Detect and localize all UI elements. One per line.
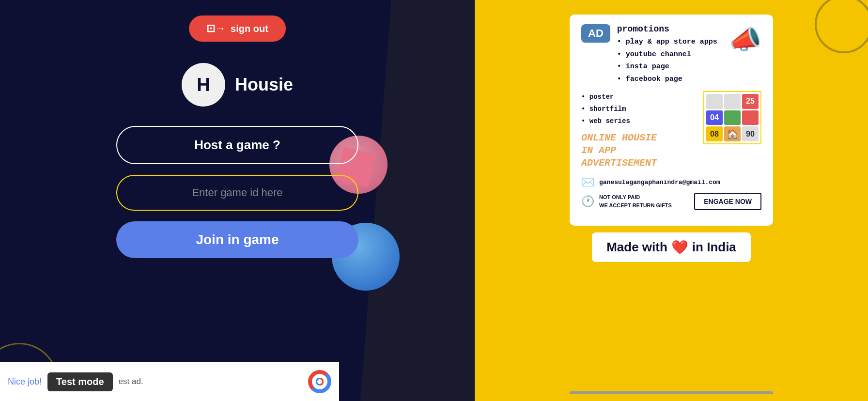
sign-out-icon: ⊡→: [206, 22, 226, 35]
grid-cell-empty1: [706, 94, 723, 109]
svg-point-1: [317, 379, 322, 384]
email-icon: ✉️: [581, 176, 594, 189]
ad-middle-row: • poster • shortfilm • web series ONLINE…: [581, 91, 761, 170]
test-mode-badge: Test mode: [47, 372, 113, 391]
sign-out-button[interactable]: ⊡→ sign out: [189, 15, 286, 42]
made-in-india: Made with ❤️ in India: [592, 232, 751, 262]
clock-icon: 🕐: [581, 195, 594, 208]
avatar: H: [182, 63, 225, 107]
host-game-button[interactable]: Host a game ?: [116, 126, 358, 164]
join-game-button[interactable]: Join in game: [116, 221, 358, 258]
game-id-input[interactable]: [116, 175, 358, 211]
megaphone-icon: 📣: [729, 24, 761, 55]
top-right-deco: [815, 0, 868, 53]
in-india-text: in India: [692, 240, 736, 255]
grid-cell-04: 04: [706, 110, 723, 125]
service-3: • web series: [581, 115, 696, 127]
user-section: H Housie Host a game ? Join in game: [0, 63, 475, 269]
contact-row: ✉️ ganesulagangaphanindra@gmail.com: [581, 176, 761, 189]
housie-grid: 25 04 08 🏠 90: [703, 91, 761, 144]
right-panel: AD promotions • play & app store apps • …: [475, 0, 868, 401]
contact-email: ganesulagangaphanindra@gmail.com: [599, 179, 720, 186]
sign-out-label: sign out: [231, 23, 268, 34]
grid-cell-25: 25: [742, 94, 759, 109]
user-row: H Housie: [182, 63, 293, 107]
ad-header-row: AD promotions • play & app store apps • …: [581, 24, 761, 85]
ad-services: • poster • shortfilm • web series: [581, 91, 696, 128]
username: Housie: [235, 75, 293, 95]
promo-items: • play & app store apps • youtube channe…: [617, 36, 722, 85]
ad-logo-icon: [308, 370, 331, 393]
engage-now-button[interactable]: ENGAGE NOW: [694, 193, 761, 210]
grid-cell-08: 08: [706, 126, 723, 141]
ad-badge: AD: [581, 24, 610, 43]
left-panel: ⊡→ sign out H Housie Host a game ? Join …: [0, 0, 475, 401]
grid-cell-house: 🏠: [724, 126, 741, 141]
paid-text: NOT ONLY PAID WE ACCEPT RETURN GIFTS: [599, 193, 672, 209]
scrollbar-thumb[interactable]: [570, 391, 773, 394]
ad-banner: Nice job! Test mode est ad.: [0, 362, 339, 401]
heart-icon: ❤️: [671, 239, 688, 255]
paid-row: 🕐 NOT ONLY PAID WE ACCEPT RETURN GIFTS E…: [581, 193, 761, 210]
promo-item-1: • play & app store apps: [617, 36, 722, 48]
online-housie-label: ONLINE HOUSIE IN APP ADVERTISEMENT: [581, 132, 696, 170]
nice-job-text: Nice job!: [8, 377, 42, 387]
promo-item-2: • youtube channel: [617, 48, 722, 61]
ad-card: AD promotions • play & app store apps • …: [570, 15, 773, 226]
grid-cell-empty2: [724, 94, 741, 109]
ad-text: est ad.: [119, 377, 302, 386]
promo-item-4: • facebook page: [617, 73, 722, 86]
made-with-text: Made with: [606, 240, 667, 255]
promo-title: promotions: [617, 24, 722, 34]
service-1: • poster: [581, 91, 696, 103]
grid-cell-90: 90: [742, 126, 759, 141]
grid-cell-empty3: [724, 110, 741, 125]
grid-cell-empty4: [742, 110, 759, 125]
scrollbar-track: [475, 391, 868, 394]
service-2: • shortfilm: [581, 103, 696, 115]
promo-item-3: • insta page: [617, 61, 722, 73]
